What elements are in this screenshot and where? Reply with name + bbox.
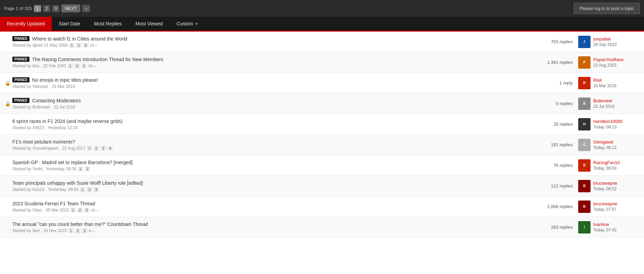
replies-count: 112 replies — [551, 183, 573, 189]
topic-meta: Started by Ali623 , Yesterday, 12:20 — [12, 125, 537, 130]
tab-custom[interactable]: Custom ▼ — [170, 17, 205, 31]
page-link[interactable]: 3 — [81, 64, 87, 68]
user-name[interactable]: brucewayne — [593, 201, 617, 206]
replies-count: 263 replies — [551, 225, 573, 230]
tab-recently-updated[interactable]: Recently Updated — [0, 17, 52, 31]
page-1-button[interactable]: 1 — [34, 5, 41, 12]
user-name[interactable]: hamilton10000 — [593, 119, 622, 124]
started-by-label: Started by — [12, 146, 31, 151]
topic-replies: 1,391 replies — [537, 60, 578, 65]
user-date: Today, 07:57 — [593, 207, 617, 212]
topic-start-date: , 22 Jul 2016 — [52, 105, 75, 110]
topic-title[interactable]: F1's most petulant moments? — [12, 139, 75, 145]
topic-author: Beri — [33, 228, 40, 233]
page-link[interactable]: 1 — [87, 146, 92, 151]
topic-title[interactable]: Where to watch f1 in Cities around the W… — [32, 36, 127, 42]
topic-title[interactable]: Team principals unhappy with Susie Wolff… — [12, 180, 143, 186]
user-name[interactable]: RacingFan10 — [593, 160, 620, 165]
topic-title[interactable]: 6 sprint races in F1 2024 (and maybe rev… — [12, 118, 122, 124]
user-info: Ivanhoe Today, 07:42 — [593, 222, 617, 232]
user-name[interactable]: Risil — [593, 78, 616, 83]
topic-title-row: 2023 Scuderia Ferrari F1 Team Thread — [12, 201, 537, 206]
avatar: B — [578, 98, 591, 110]
started-by-label: Started by — [12, 167, 31, 171]
lock-icon: 🔒 — [5, 80, 11, 86]
topic-main: The annual "can you count better than me… — [12, 221, 537, 233]
user-name[interactable]: Buttoneer — [593, 98, 615, 103]
tab-custom-label: Custom — [177, 21, 193, 26]
topic-user: B brucewayne Today, 08:02 — [578, 180, 640, 192]
tab-most-viewed[interactable]: Most Viewed — [129, 17, 170, 31]
topic-title[interactable]: Contacting Moderators — [32, 98, 81, 103]
page-link[interactable]: 2 — [77, 208, 83, 213]
topic-title[interactable]: The annual "can you count better than me… — [12, 221, 148, 227]
page-link[interactable]: 1 — [69, 43, 74, 48]
page-link[interactable]: 2 — [74, 64, 80, 68]
user-info: RacingFan10 Today, 08:03 — [593, 160, 620, 171]
page-link[interactable]: 3 — [94, 187, 99, 192]
topic-start-date: , 05 Mar 2023 — [44, 208, 69, 213]
page-link[interactable]: 2 — [76, 43, 82, 48]
topic-main: 2023 Scuderia Ferrari F1 Team Thread Sta… — [12, 201, 537, 213]
page-link[interactable]: 3 — [83, 43, 88, 48]
topic-list: PINNED Where to watch f1 in Cities aroun… — [0, 32, 644, 238]
page-link[interactable]: 1 — [70, 208, 76, 213]
page-link[interactable]: 2 — [85, 167, 90, 171]
last-page-button[interactable]: » — [82, 5, 90, 12]
tab-most-replies[interactable]: Most Replies — [87, 17, 129, 31]
avatar: B — [578, 180, 591, 192]
page-link[interactable]: 2 — [94, 146, 99, 151]
avatar: P — [578, 56, 591, 69]
topic-start-date: , 22 Aug 2017 — [60, 146, 85, 151]
replies-count: 0 replies — [556, 101, 573, 106]
user-date: 24 Mar 2019 — [593, 83, 616, 88]
user-name[interactable]: PayasYouRace — [593, 57, 623, 62]
topic-author: Buttoneer — [33, 105, 50, 110]
topic-meta: Started by djned 21 May 2008 1 2 3 15— — [12, 43, 537, 48]
started-by-label: Started by — [12, 125, 31, 130]
user-date: 22 Aug 2023 — [593, 63, 623, 68]
topic-main: Spanish GP : Madrid set to replace Barce… — [12, 160, 537, 171]
topic-title[interactable]: Spanish GP : Madrid set to replace Barce… — [12, 160, 133, 165]
page-link[interactable]: 3 — [100, 146, 106, 151]
next-button[interactable]: NEXT — [61, 4, 80, 12]
chevron-down-icon: ▼ — [195, 22, 198, 26]
user-name[interactable]: jonpollak — [593, 36, 617, 42]
topic-start-date: , Yesterday, 08:36 — [44, 167, 76, 171]
table-row: Team principals unhappy with Susie Wolff… — [0, 176, 644, 196]
page-2-button[interactable]: 2 — [43, 5, 50, 12]
page-link[interactable]: 4 — [107, 146, 113, 151]
started-by-label: Started by — [12, 228, 31, 233]
page-3-button[interactable]: 3 — [52, 5, 59, 12]
tab-start-date[interactable]: Start Date — [52, 17, 87, 31]
user-name[interactable]: brucewayne — [593, 181, 617, 186]
page-link[interactable]: 2 — [75, 228, 81, 233]
topic-user: P PayasYouRace 22 Aug 2023 — [578, 56, 640, 69]
page-link[interactable]: 1 — [80, 187, 85, 192]
page-link[interactable]: 1 — [78, 167, 83, 171]
topic-title[interactable]: The Racing Comments Introduction Thread … — [32, 57, 163, 62]
user-name[interactable]: Ivanhoe — [593, 222, 617, 227]
topic-title-row: F1's most petulant moments? — [12, 139, 537, 145]
topic-main: Team principals unhappy with Susie Wolff… — [12, 180, 537, 192]
page-link[interactable]: 1 — [68, 228, 74, 233]
user-name[interactable]: Glengavel — [593, 139, 617, 145]
page-link[interactable]: 1 — [68, 64, 73, 68]
started-by-label: Started by — [12, 43, 31, 48]
lock-icon-container: 🔒 — [4, 101, 12, 106]
extra-pages: 6— — [89, 229, 95, 233]
user-info: brucewayne Today, 07:57 — [593, 201, 617, 212]
topic-title[interactable]: 2023 Scuderia Ferrari F1 Team Thread — [12, 201, 95, 206]
started-by-label: Started by — [12, 208, 31, 213]
page-link[interactable]: 3 — [84, 208, 89, 213]
page-link[interactable]: 2 — [87, 187, 92, 192]
login-button[interactable]: Please log in to post a topic — [574, 3, 640, 14]
table-row: The annual "can you count better than me… — [0, 217, 644, 238]
lock-icon: 🔒 — [5, 101, 11, 106]
avatar: I — [578, 221, 591, 233]
page-info-text: Page 1 of 325 — [4, 6, 32, 11]
topic-title-row: The annual "can you count better than me… — [12, 221, 537, 227]
page-link[interactable]: 3 — [82, 228, 87, 233]
topic-title[interactable]: No emojis in topic titles please! — [32, 77, 98, 83]
topic-meta: Started by Graveltrappen , 22 Aug 2017 1… — [12, 146, 537, 151]
